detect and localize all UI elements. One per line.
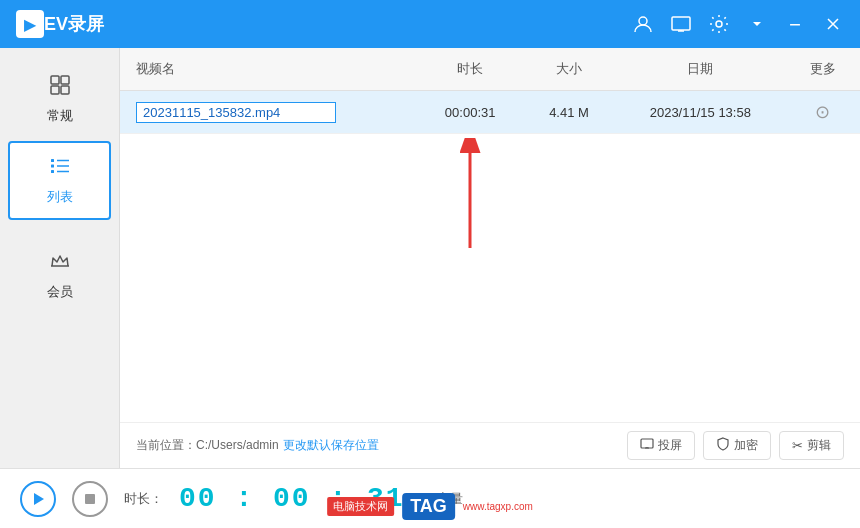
cut-button[interactable]: ✂ 剪辑 bbox=[779, 431, 844, 460]
list-icon bbox=[49, 155, 71, 182]
cast-button[interactable]: 投屏 bbox=[627, 431, 695, 460]
table-row[interactable]: 00:00:31 4.41 M 2023/11/15 13:58 ⊙ bbox=[120, 91, 860, 134]
file-more-cell[interactable]: ⊙ bbox=[786, 91, 860, 134]
grid-icon bbox=[49, 74, 71, 101]
file-table: 视频名 时长 大小 日期 更多 00:00:31 4.41 M 202 bbox=[120, 48, 860, 134]
svg-rect-4 bbox=[51, 76, 59, 84]
more-options-icon[interactable]: ⊙ bbox=[815, 102, 830, 122]
app-logo-icon: ▶ bbox=[16, 10, 44, 38]
footer-info: 当前位置：C:/Users/admin 更改默认保存位置 投屏 bbox=[120, 422, 860, 468]
cast-label: 投屏 bbox=[658, 437, 682, 454]
player-bar: 时长： 00 : 00 : 31 音量 bbox=[0, 468, 860, 528]
play-button[interactable] bbox=[20, 481, 56, 517]
sidebar-list-label: 列表 bbox=[47, 188, 73, 206]
content-area: 视频名 时长 大小 日期 更多 00:00:31 4.41 M 202 bbox=[120, 48, 860, 468]
scissors-icon: ✂ bbox=[792, 438, 803, 453]
table-header-row: 视频名 时长 大小 日期 更多 bbox=[120, 48, 860, 91]
user-icon[interactable] bbox=[632, 13, 654, 35]
col-header-date: 日期 bbox=[615, 48, 786, 91]
sidebar-item-member[interactable]: 会员 bbox=[8, 238, 111, 313]
sidebar: 常规 列表 会员 bbox=[0, 48, 120, 468]
svg-point-0 bbox=[639, 17, 647, 25]
svg-rect-1 bbox=[672, 17, 690, 30]
svg-rect-6 bbox=[51, 86, 59, 94]
col-header-size: 大小 bbox=[523, 48, 615, 91]
stop-button[interactable] bbox=[72, 481, 108, 517]
cast-icon bbox=[640, 437, 654, 454]
file-date-cell: 2023/11/15 13:58 bbox=[615, 91, 786, 134]
svg-rect-3 bbox=[790, 24, 800, 26]
file-name-input[interactable] bbox=[136, 102, 336, 123]
encrypt-label: 加密 bbox=[734, 437, 758, 454]
duration-label: 时长： bbox=[124, 490, 163, 508]
col-header-more: 更多 bbox=[786, 48, 860, 91]
svg-rect-5 bbox=[61, 76, 69, 84]
close-button[interactable] bbox=[822, 13, 844, 35]
table-wrapper: 视频名 时长 大小 日期 更多 00:00:31 4.41 M 202 bbox=[120, 48, 860, 422]
file-name-cell[interactable] bbox=[120, 91, 417, 134]
footer-buttons: 投屏 加密 ✂ 剪辑 bbox=[627, 431, 844, 460]
sidebar-member-label: 会员 bbox=[47, 283, 73, 301]
svg-marker-17 bbox=[34, 493, 44, 505]
titlebar-controls bbox=[632, 13, 844, 35]
svg-point-2 bbox=[716, 21, 722, 27]
sidebar-item-list[interactable]: 列表 bbox=[8, 141, 111, 220]
minimize-button[interactable] bbox=[784, 13, 806, 35]
logo-area: ▶ bbox=[16, 10, 44, 38]
sidebar-general-label: 常规 bbox=[47, 107, 73, 125]
shield-icon bbox=[716, 437, 730, 454]
settings-icon[interactable] bbox=[708, 13, 730, 35]
dropdown-icon[interactable] bbox=[746, 13, 768, 35]
title-bar: ▶ EV录屏 bbox=[0, 0, 860, 48]
app-title: EV录屏 bbox=[44, 12, 632, 36]
sidebar-item-general[interactable]: 常规 bbox=[8, 62, 111, 137]
col-header-name: 视频名 bbox=[120, 48, 417, 91]
svg-rect-18 bbox=[85, 494, 95, 504]
svg-rect-8 bbox=[51, 159, 54, 162]
svg-rect-7 bbox=[61, 86, 69, 94]
encrypt-button[interactable]: 加密 bbox=[703, 431, 771, 460]
main-layout: 常规 列表 会员 bbox=[0, 48, 860, 468]
file-size-cell: 4.41 M bbox=[523, 91, 615, 134]
col-header-duration: 时长 bbox=[417, 48, 523, 91]
duration-value: 00 : 00 : 31 bbox=[179, 483, 405, 514]
svg-rect-12 bbox=[51, 170, 54, 173]
file-duration-cell: 00:00:31 bbox=[417, 91, 523, 134]
svg-rect-16 bbox=[641, 439, 653, 448]
crown-icon bbox=[49, 250, 71, 277]
location-label: 当前位置：C:/Users/admin bbox=[136, 437, 279, 454]
footer-location: 当前位置：C:/Users/admin 更改默认保存位置 bbox=[136, 437, 379, 454]
duration-display-text: 00 : 00 : 31 bbox=[179, 483, 405, 514]
status-label: 音量 bbox=[437, 490, 463, 508]
annotation-arrow bbox=[440, 138, 500, 262]
change-location-link[interactable]: 更改默认保存位置 bbox=[283, 437, 379, 454]
cut-label: 剪辑 bbox=[807, 437, 831, 454]
screen-icon[interactable] bbox=[670, 13, 692, 35]
svg-rect-10 bbox=[51, 165, 54, 168]
